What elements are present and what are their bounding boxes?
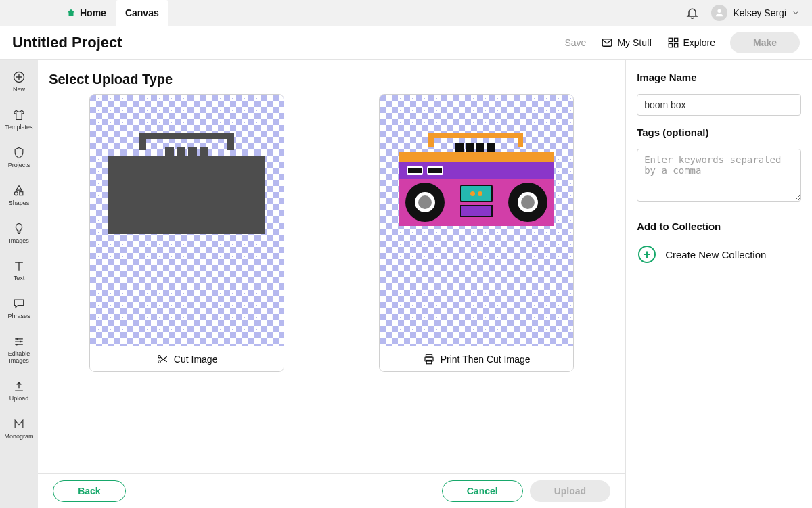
- sidebar-label: Editable Images: [0, 351, 38, 365]
- svg-rect-8: [20, 191, 23, 195]
- save-link: Save: [564, 37, 586, 48]
- explore-link[interactable]: Explore: [667, 37, 715, 49]
- sidebar-item-images[interactable]: Images: [0, 219, 38, 248]
- create-collection-label: Create New Collection: [665, 249, 766, 260]
- option-caption: Cut Image: [90, 346, 284, 371]
- option-cut-image[interactable]: Cut Image: [89, 94, 284, 372]
- tab-canvas[interactable]: Canvas: [116, 0, 168, 26]
- upload-type-options: Cut Image: [38, 94, 625, 372]
- svg-point-9: [16, 338, 18, 340]
- svg-rect-5: [674, 44, 677, 47]
- make-button: Make: [730, 32, 800, 53]
- sidebar-label: Shapes: [9, 200, 30, 207]
- upload-button: Upload: [530, 480, 610, 502]
- svg-point-11: [16, 344, 18, 346]
- tab-canvas-label: Canvas: [125, 7, 159, 18]
- boombox-silhouette-image: [108, 133, 265, 234]
- option-preview: [90, 95, 284, 346]
- add-to-collection-label: Add to Collection: [637, 221, 801, 232]
- scissors-icon: [156, 353, 168, 365]
- cancel-button[interactable]: Cancel: [442, 480, 523, 502]
- svg-rect-16: [426, 360, 432, 363]
- sidebar-label: Projects: [8, 162, 30, 169]
- tags-label: Tags (optional): [637, 126, 801, 138]
- sliders-icon: [12, 335, 26, 348]
- sidebar-label: Images: [9, 238, 29, 245]
- option-preview: [380, 95, 573, 346]
- option-caption: Print Then Cut Image: [380, 346, 573, 371]
- main: New Templates Projects Shapes Images Tex…: [0, 60, 812, 508]
- sidebar-label: Text: [14, 275, 25, 282]
- image-name-input[interactable]: [637, 94, 801, 116]
- shapes-icon: [12, 184, 26, 198]
- sidebar-item-projects[interactable]: Projects: [0, 143, 38, 172]
- sidebar-label: Phrases: [8, 313, 30, 320]
- top-nav-right: Kelsey Sergi: [685, 0, 812, 26]
- top-nav-tabs: Home Canvas: [0, 0, 168, 26]
- plus-circle-icon: [12, 70, 26, 84]
- shield-icon: [12, 146, 26, 160]
- text-icon: [12, 259, 26, 273]
- sidebar-label: Monogram: [5, 434, 34, 440]
- project-title[interactable]: Untitled Project: [12, 34, 122, 51]
- svg-rect-2: [669, 38, 672, 41]
- left-sidebar: New Templates Projects Shapes Images Tex…: [0, 60, 38, 508]
- top-nav: Home Canvas Kelsey Sergi: [0, 0, 812, 26]
- home-logo-icon: [66, 8, 76, 18]
- image-name-label: Image Name: [637, 72, 801, 83]
- sidebar-item-templates[interactable]: Templates: [0, 106, 38, 134]
- header-actions: Save My Stuff Explore Make: [564, 32, 800, 53]
- envelope-icon: [601, 37, 613, 49]
- canvas-area: Select Upload Type Cut Image: [38, 60, 626, 508]
- tags-input[interactable]: [637, 149, 801, 202]
- right-panel: Image Name Tags (optional) Add to Collec…: [626, 60, 812, 508]
- plus-icon: +: [638, 246, 656, 263]
- tab-home[interactable]: Home: [57, 0, 116, 26]
- header-bar: Untitled Project Save My Stuff Explore M…: [0, 26, 812, 60]
- monogram-icon: [12, 417, 26, 431]
- svg-point-7: [14, 191, 18, 195]
- explore-label: Explore: [683, 37, 715, 48]
- chat-icon: [12, 297, 26, 310]
- chevron-down-icon: [792, 9, 800, 17]
- canvas-heading: Select Upload Type: [38, 60, 625, 94]
- create-collection-button[interactable]: + Create New Collection: [637, 243, 801, 266]
- upload-icon: [12, 379, 26, 393]
- boombox-color-image: [399, 133, 554, 226]
- notifications-icon[interactable]: [685, 6, 699, 20]
- sidebar-item-phrases[interactable]: Phrases: [0, 294, 38, 323]
- sidebar-label: Upload: [9, 396, 29, 402]
- avatar-icon: [711, 5, 727, 21]
- sidebar-item-new[interactable]: New: [0, 68, 38, 96]
- option-caption-label: Print Then Cut Image: [441, 354, 531, 365]
- sidebar-label: Templates: [5, 124, 33, 131]
- svg-point-10: [20, 341, 22, 343]
- footer: Back Cancel Upload: [38, 473, 625, 508]
- mystuff-label: My Stuff: [617, 37, 652, 48]
- mystuff-link[interactable]: My Stuff: [601, 37, 652, 49]
- sidebar-item-editable-images[interactable]: Editable Images: [0, 332, 38, 367]
- option-print-then-cut[interactable]: Print Then Cut Image: [379, 94, 574, 372]
- sidebar-item-text[interactable]: Text: [0, 256, 38, 285]
- svg-rect-4: [669, 44, 672, 47]
- back-button[interactable]: Back: [53, 480, 125, 502]
- user-menu[interactable]: Kelsey Sergi: [711, 5, 800, 21]
- shirt-icon: [12, 108, 26, 122]
- user-name: Kelsey Sergi: [733, 7, 786, 18]
- option-caption-label: Cut Image: [174, 354, 218, 365]
- sidebar-item-upload[interactable]: Upload: [0, 377, 38, 405]
- sidebar-item-shapes[interactable]: Shapes: [0, 181, 38, 210]
- sidebar-item-monogram[interactable]: Monogram: [0, 415, 38, 443]
- printer-icon: [423, 353, 435, 365]
- tab-home-label: Home: [80, 7, 106, 18]
- svg-rect-3: [674, 38, 677, 41]
- grid-icon: [667, 37, 679, 49]
- sidebar-label: New: [13, 87, 25, 93]
- lightbulb-icon: [12, 222, 26, 235]
- svg-point-0: [718, 9, 721, 13]
- footer-right: Cancel Upload: [442, 480, 610, 502]
